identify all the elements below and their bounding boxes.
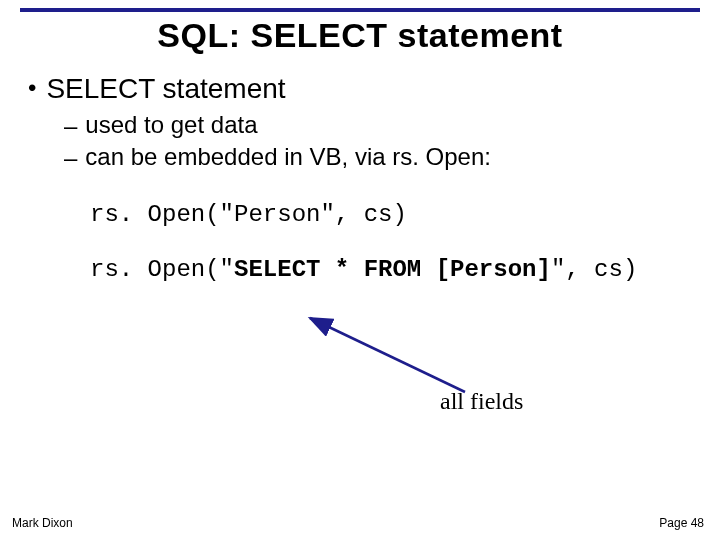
bullet-level1-text: SELECT statement	[46, 73, 285, 105]
svg-line-1	[310, 318, 465, 392]
code-prefix: rs. Open("	[90, 256, 234, 283]
bullet-level2: – can be embedded in VB, via rs. Open:	[64, 143, 700, 173]
bullet-level2: – used to get data	[64, 111, 700, 141]
slide: SQL: SELECT statement • SELECT statement…	[0, 0, 720, 540]
code-bold-sql: SELECT * FROM [Person]	[234, 256, 551, 283]
bullet-level2-text: can be embedded in VB, via rs. Open:	[85, 143, 491, 171]
bullet-dash-icon: –	[64, 111, 77, 141]
bullet-dot-icon: •	[28, 73, 36, 103]
footer-author: Mark Dixon	[12, 516, 73, 530]
code-line-1: rs. Open("Person", cs)	[90, 201, 700, 228]
annotation-all-fields: all fields	[440, 388, 523, 415]
bullet-level1: • SELECT statement	[28, 73, 700, 105]
title-rule	[20, 8, 700, 12]
code-suffix: ", cs)	[551, 256, 637, 283]
bullet-level2-text: used to get data	[85, 111, 257, 139]
slide-title: SQL: SELECT statement	[20, 16, 700, 55]
footer-page: Page 48	[659, 516, 704, 530]
bullet-dash-icon: –	[64, 143, 77, 173]
code-line-2: rs. Open("SELECT * FROM [Person]", cs)	[90, 256, 700, 283]
